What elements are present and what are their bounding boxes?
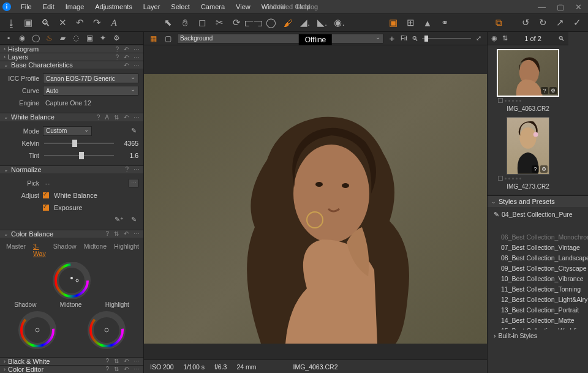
search-icon[interactable]: 🔍︎ [558,35,565,42]
section-histogram[interactable]: › Histogram ? ↶ ⋯ [0,45,143,53]
single-view-icon[interactable]: ▢ [162,31,173,46]
section-base-characteristics[interactable]: ⌄ Base Characteristics ↶ ⋯ [0,61,143,69]
image-canvas[interactable] [144,74,487,344]
menu-layer[interactable]: Layer [138,2,165,12]
menu-icon[interactable]: ⋯ [134,46,140,53]
menu-icon[interactable]: ⋯ [134,54,140,61]
copy-icon[interactable]: ⇅ [114,358,119,364]
reset-icon[interactable]: ↶ [124,62,129,69]
section-layers[interactable]: › Layers ? ↶ ⋯ [0,53,143,61]
section-color-balance[interactable]: ⌄ Color Balance ? ⇅ ↶ ⋯ [0,230,143,238]
menu-image[interactable]: Image [61,2,89,12]
kelvin-value[interactable]: 4365 [118,140,138,147]
section-styles[interactable]: ⌄ Styles and Presets ? ↶ ⋯ [488,195,588,207]
tab-capture-icon[interactable]: ◉ [16,32,28,44]
cb-tab-shadow[interactable]: Shadow [53,243,77,257]
sort-icon[interactable]: ⇅ [502,34,508,42]
kelvin-slider[interactable] [44,143,114,144]
menu-select[interactable]: Select [166,2,195,12]
loupe-icon[interactable]: 🔍︎ [38,15,53,30]
help-icon[interactable]: ? [115,54,119,61]
style-item[interactable]: 11_Best Collection_Tonning [494,284,588,294]
tab-color-icon[interactable]: ♨ [43,32,55,44]
help-icon[interactable]: ? [125,166,129,173]
normalize-eyedrop-plus-icon[interactable]: ✎⁺ [114,216,124,224]
warning-icon[interactable]: ▲ [420,15,435,30]
import-icon[interactable]: ⭳ [4,15,18,30]
eraser-icon[interactable]: ◢. [298,15,312,30]
style-item[interactable]: 13_Best Collection_Portrait [494,304,588,315]
style-item[interactable]: 15_Best Collection_Wedding [494,325,588,330]
help-icon[interactable]: ? [97,114,100,121]
thumbnail[interactable]: ?⚙ IMG_4273.CR2 [497,117,559,191]
menu-icon[interactable]: ⋯ [134,166,140,173]
cb-tab-highlight[interactable]: Highlight [114,243,139,257]
reset-icon[interactable]: ↶ [124,230,129,237]
zoom-slider[interactable] [422,38,471,39]
reset-icon[interactable]: ↶ [124,114,129,121]
reset-icon[interactable]: ↶ [124,358,129,364]
menu-file[interactable]: File [16,2,37,12]
tab-detail-icon[interactable]: ◌ [70,32,82,44]
normalize-eyedrop-icon[interactable]: ✎ [129,216,138,224]
process-icon[interactable]: ✓ [570,15,584,30]
tab-meta-icon[interactable]: ⚙ [110,32,123,44]
color-tag[interactable] [498,98,503,103]
copy-icon[interactable]: ⇅ [114,230,119,237]
tint-value[interactable]: 1.6 [118,152,138,159]
help-icon[interactable]: ? [105,366,109,372]
icc-select[interactable]: Canon EOS-77D Generic [43,73,138,83]
chk-exposure[interactable] [43,205,49,211]
layer-select[interactable]: Background [177,34,383,43]
stack-icon[interactable]: ⧉ [491,15,506,30]
tab-library-icon[interactable]: ▪ [2,32,15,44]
straighten-icon[interactable]: ⟳ [229,15,244,30]
rotate-ccw-icon[interactable]: ↺ [518,15,533,30]
menu-icon[interactable]: ⋯ [134,62,140,69]
menu-icon[interactable]: ⋯ [134,230,140,237]
thumbnail[interactable]: ?⚙ IMG_4063.CR2 [497,49,559,113]
redo-icon[interactable]: ↷ [89,15,104,30]
help-icon[interactable]: ? [115,46,119,53]
gradient-icon[interactable]: ◣. [315,15,330,30]
style-item[interactable]: 10_Best Collection_Vibrance [494,273,588,284]
style-item[interactable]: 06_Best Collection_Monochrome [494,232,588,242]
tab-adjust-icon[interactable]: ✦ [97,32,109,44]
window-close-icon[interactable]: ✕ [571,2,586,12]
shadow-wheel[interactable] [17,311,58,350]
pick-options-icon[interactable]: ⋯ [129,179,138,187]
keystone-icon[interactable]: ⫍⫎ [246,15,261,30]
radial-icon[interactable]: ◉. [332,15,347,30]
highlight-wheel[interactable] [86,311,127,350]
rotate-cw-icon[interactable]: ↻ [535,15,550,30]
pointer-icon[interactable]: ⬉ [160,15,175,30]
midtone-wheel[interactable] [50,262,93,299]
export-icon[interactable]: ↗ [552,15,567,30]
window-minimize-icon[interactable]: — [534,2,549,12]
cb-tab-3way[interactable]: 3-Way [33,243,46,257]
copy-icon[interactable]: ⇅ [114,366,119,372]
undo-icon[interactable]: ↶ [72,15,87,30]
menu-camera[interactable]: Camera [196,2,230,12]
shape-icon[interactable]: ◻ [195,15,209,30]
menu-icon[interactable]: ⋯ [134,358,140,364]
tab-lens-icon[interactable]: ◯ [29,32,42,44]
style-item[interactable]: 08_Best Collection_Landscape [494,252,588,263]
menu-icon[interactable]: ⋯ [134,366,140,372]
capture-icon[interactable]: ▣ [21,15,36,30]
section-normalize[interactable]: ⌄ Normalize ? ⋯ [0,165,143,173]
section-black-white[interactable]: › Black & White ? ⇅ ↶ ⋯ [0,357,143,365]
spot-icon[interactable]: ◯ [263,15,278,30]
zoom-expand-icon[interactable]: ⤢ [473,31,483,46]
builtin-styles[interactable]: › Built-in Styles [488,330,588,342]
style-item[interactable]: 12_Best Collection_Light&Airy [494,294,588,304]
reset-icon[interactable]: ↶ [124,366,129,372]
eyedropper-icon[interactable]: ✎ [129,127,138,135]
cb-tab-master[interactable]: Master [6,243,26,257]
tint-slider[interactable] [44,155,114,156]
style-item[interactable]: 09_Best Collection_Cityscape [494,263,588,273]
cb-tab-midtone[interactable]: Midtone [84,243,107,257]
auto-icon[interactable]: A [105,114,109,121]
style-item[interactable]: 07_Best Collection_Vintage [494,242,588,252]
section-white-balance[interactable]: ⌄ White Balance ? A ⇅ ↶ ⋯ [0,113,143,121]
